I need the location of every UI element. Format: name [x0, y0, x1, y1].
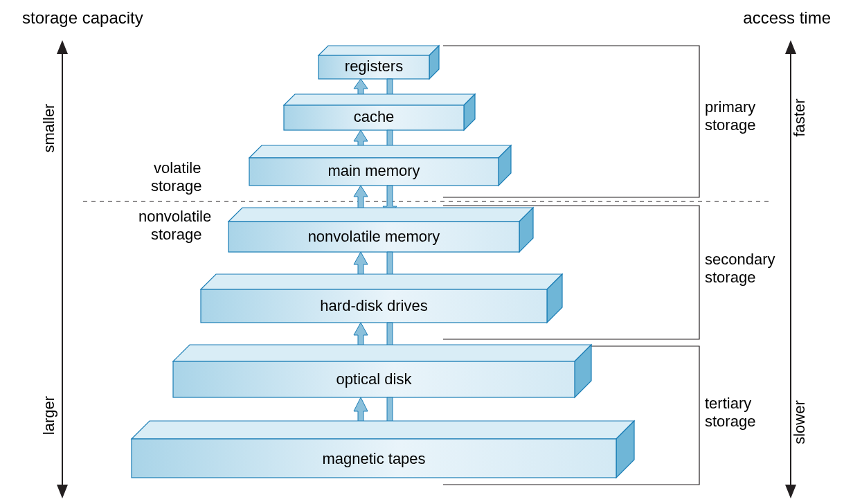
level-hard-disk-drives-label: hard-disk drives: [320, 297, 427, 314]
left-axis: smaller larger: [40, 40, 68, 498]
svg-marker-5: [785, 485, 796, 498]
svg-marker-11: [284, 94, 475, 105]
right-axis: faster slower: [785, 40, 808, 498]
svg-marker-26: [201, 274, 562, 289]
level-main-memory: main memory: [249, 145, 511, 186]
nonvolatile-label-line1: nonvolatile: [138, 208, 211, 225]
svg-marker-2: [57, 485, 68, 498]
level-nonvolatile-memory: nonvolatile memory: [228, 208, 533, 252]
left-axis-top-label: smaller: [40, 104, 57, 153]
secondary-label-line2: storage: [705, 269, 755, 286]
svg-marker-36: [132, 421, 634, 439]
level-cache-label: cache: [354, 108, 395, 125]
level-magnetic-tapes-label: magnetic tapes: [322, 450, 425, 467]
right-title: access time: [743, 8, 831, 27]
svg-marker-16: [249, 145, 511, 158]
level-magnetic-tapes: magnetic tapes: [132, 421, 634, 478]
left-title: storage capacity: [22, 8, 143, 27]
level-main-memory-label: main memory: [327, 162, 420, 179]
svg-marker-4: [785, 40, 796, 54]
svg-marker-1: [57, 40, 68, 54]
level-hard-disk-drives: hard-disk drives: [201, 274, 562, 323]
level-optical-disk-label: optical disk: [336, 370, 413, 388]
level-optical-disk: optical disk: [173, 345, 591, 397]
level-cache: cache: [284, 94, 475, 130]
svg-marker-6: [318, 46, 439, 55]
primary-label-line1: primary: [705, 98, 755, 116]
secondary-label-line1: secondary: [705, 251, 775, 268]
nonvolatile-label-line2: storage: [151, 226, 201, 243]
level-registers: registers: [318, 46, 439, 79]
right-axis-bottom-label: slower: [791, 400, 808, 444]
left-axis-bottom-label: larger: [40, 396, 57, 435]
primary-label-line2: storage: [705, 116, 755, 134]
svg-marker-31: [173, 345, 591, 361]
right-axis-top-label: faster: [791, 98, 808, 136]
volatile-label-line1: volatile: [154, 159, 201, 177]
level-registers-label: registers: [345, 57, 403, 75]
volatile-label-line2: storage: [151, 177, 201, 195]
storage-hierarchy-diagram: storage capacity access time smaller lar…: [0, 0, 853, 504]
level-nonvolatile-memory-label: nonvolatile memory: [308, 228, 440, 245]
svg-marker-21: [228, 208, 533, 222]
tertiary-label-line2: storage: [705, 413, 755, 430]
tertiary-label-line1: tertiary: [705, 395, 751, 412]
